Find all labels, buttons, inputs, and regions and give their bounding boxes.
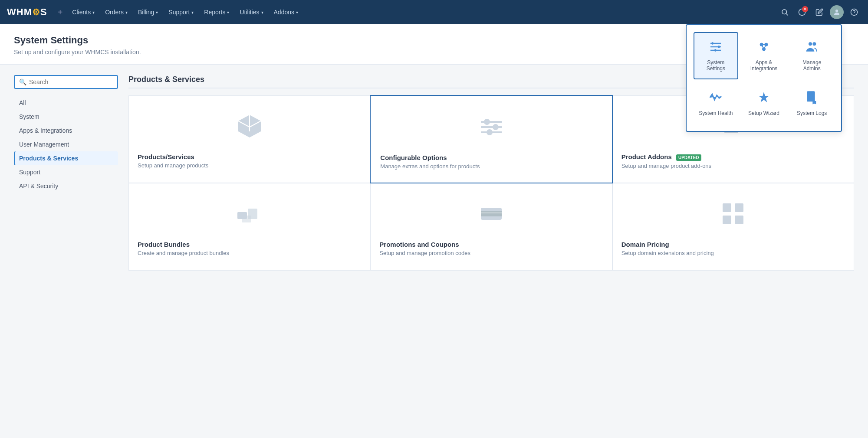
svg-point-16: [812, 42, 816, 46]
chevron-down-icon: ▾: [156, 10, 158, 15]
dp-apps-integrations[interactable]: Apps & Integrations: [742, 32, 786, 79]
edit-button[interactable]: [812, 5, 826, 19]
help-button[interactable]: [847, 5, 861, 19]
svg-rect-6: [712, 42, 713, 44]
settings-icon: [709, 40, 723, 57]
sidebar-item-system[interactable]: System: [14, 110, 118, 124]
wizard-icon: [757, 91, 771, 108]
admins-icon: [805, 40, 819, 57]
card-products-services[interactable]: Products/Services Setup and manage produ…: [129, 96, 370, 183]
logo[interactable]: WHM⚙S: [7, 7, 47, 18]
card-title: Configurable Options: [380, 154, 447, 161]
avatar[interactable]: [830, 5, 844, 19]
nav-orders[interactable]: Orders ▾: [101, 5, 132, 19]
svg-rect-35: [735, 203, 743, 212]
card-desc: Manage extras and options for products: [380, 163, 480, 170]
svg-rect-8: [715, 49, 717, 51]
logo-text: WHM⚙S: [7, 7, 47, 18]
search-button[interactable]: [778, 5, 792, 19]
sliders-icon: [380, 105, 602, 149]
svg-point-23: [487, 130, 492, 134]
dp-system-logs[interactable]: System Logs: [789, 83, 834, 124]
svg-rect-34: [723, 203, 731, 212]
sidebar-item-apps[interactable]: Apps & Integrations: [14, 124, 118, 137]
nav-support[interactable]: Support ▾: [164, 5, 198, 19]
chevron-down-icon: ▾: [125, 10, 128, 15]
search-box[interactable]: 🔍: [14, 75, 118, 89]
svg-rect-32: [481, 211, 502, 216]
card-desc: Create and manage product bundles: [138, 250, 229, 256]
nav-utilities[interactable]: Utilities ▾: [235, 5, 267, 19]
chevron-down-icon: ▾: [261, 10, 263, 15]
card-product-bundles[interactable]: Product Bundles Create and manage produc…: [129, 183, 370, 270]
dp-admins-label: Manage Admins: [794, 59, 830, 72]
card-title: Product Addons UPDATED: [621, 153, 701, 161]
svg-point-3: [835, 10, 838, 12]
svg-point-11: [762, 47, 766, 51]
dp-system-settings-label: System Settings: [698, 59, 734, 72]
bundles-icon: [138, 192, 361, 235]
sidebar: 🔍 All System Apps & Integrations User Ma…: [14, 75, 118, 271]
sidebar-item-support[interactable]: Support: [14, 165, 118, 179]
notification-badge: ✕: [802, 6, 808, 12]
svg-rect-37: [735, 216, 743, 224]
sidebar-item-all[interactable]: All: [14, 96, 118, 110]
card-configurable-options[interactable]: Configurable Options Manage extras and o…: [370, 95, 612, 183]
top-navigation: WHM⚙S + Clients ▾ Orders ▾ Billing ▾ Sup…: [0, 0, 868, 24]
logo-gear-icon: ⚙: [32, 7, 40, 17]
search-input[interactable]: [29, 78, 113, 85]
dp-setup-wizard[interactable]: Setup Wizard: [742, 83, 786, 124]
box-icon: [138, 105, 361, 148]
card-title: Domain Pricing: [621, 241, 669, 248]
dp-system-health[interactable]: System Health: [694, 83, 738, 124]
card-desc: Setup domain extensions and pricing: [621, 250, 714, 256]
nav-addons[interactable]: Addons ▾: [270, 5, 302, 19]
svg-rect-36: [723, 216, 731, 224]
search-icon: 🔍: [19, 78, 26, 85]
card-title: Product Bundles: [138, 241, 190, 248]
card-desc: Setup and manage promotion codes: [379, 250, 470, 256]
svg-rect-30: [242, 216, 251, 222]
add-button[interactable]: +: [54, 7, 66, 17]
settings-dropdown: System Settings Apps & Integrations Mana…: [686, 24, 842, 132]
nav-billing[interactable]: Billing ▾: [134, 5, 162, 19]
health-icon: [709, 91, 723, 108]
nav-clients[interactable]: Clients ▾: [68, 5, 99, 19]
logs-icon: [805, 91, 819, 108]
dp-logs-label: System Logs: [797, 110, 827, 116]
grid-icon: [621, 192, 845, 235]
updated-badge: UPDATED: [676, 154, 701, 161]
nav-reports[interactable]: Reports ▾: [200, 5, 233, 19]
chevron-down-icon: ▾: [227, 10, 229, 15]
svg-point-22: [493, 125, 498, 129]
notifications-button[interactable]: ✕: [795, 5, 809, 19]
chevron-down-icon: ▾: [92, 10, 95, 15]
dp-health-label: System Health: [699, 110, 733, 116]
chevron-down-icon: ▾: [296, 10, 298, 15]
card-promotions[interactable]: Promotions and Coupons Setup and manage …: [371, 183, 612, 270]
card-title: Products/Services: [138, 153, 194, 160]
apps-icon: [757, 40, 771, 57]
dp-apps-label: Apps & Integrations: [746, 59, 782, 72]
promo-icon: [379, 192, 603, 235]
svg-point-21: [485, 120, 489, 124]
svg-point-0: [782, 10, 787, 14]
sidebar-item-api-security[interactable]: API & Security: [14, 179, 118, 193]
sidebar-item-products[interactable]: Products & Services: [14, 151, 118, 165]
dp-manage-admins[interactable]: Manage Admins: [789, 32, 834, 79]
card-domain-pricing[interactable]: Domain Pricing Setup domain extensions a…: [613, 183, 854, 270]
sidebar-item-user-management[interactable]: User Management: [14, 137, 118, 151]
card-title: Promotions and Coupons: [379, 241, 459, 248]
dp-wizard-label: Setup Wizard: [748, 110, 779, 116]
svg-point-15: [809, 42, 812, 46]
svg-rect-7: [718, 46, 720, 48]
dp-system-settings[interactable]: System Settings: [694, 32, 738, 79]
sidebar-list: All System Apps & Integrations User Mana…: [14, 96, 118, 193]
chevron-down-icon: ▾: [191, 10, 194, 15]
nav-icon-group: ✕: [778, 5, 861, 19]
card-desc: Setup and manage product add-ons: [621, 163, 711, 169]
card-desc: Setup and manage products: [138, 162, 208, 169]
svg-line-1: [786, 13, 788, 15]
